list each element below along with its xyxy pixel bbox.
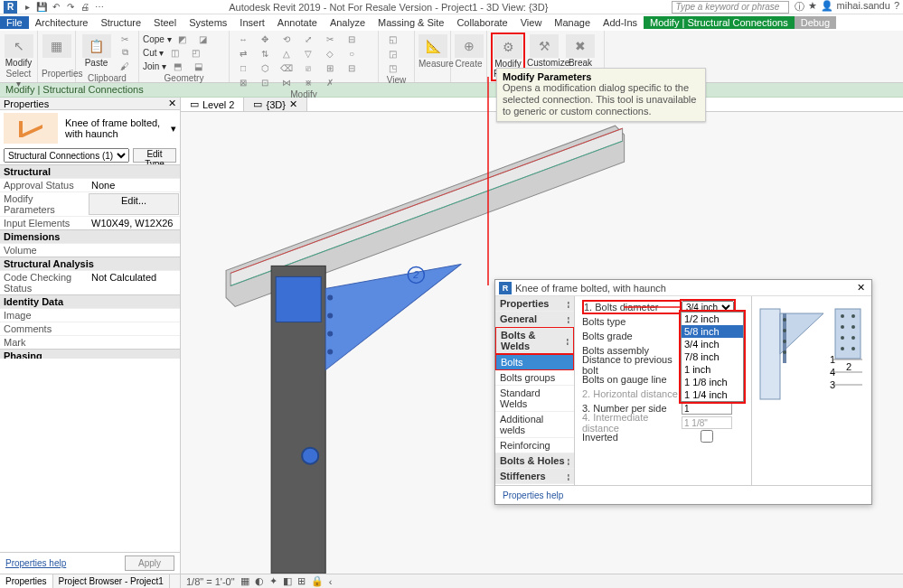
geom-e-icon[interactable]: ⬒ [167,60,187,72]
mod-icon-8[interactable]: ⇅ [255,47,275,60]
modify-tool-button[interactable]: ↖Modify [4,33,33,68]
dropdown-option[interactable]: 1 1/8 inch [682,376,743,388]
prop-group[interactable]: Structural Analysis [0,257,180,270]
mod-icon-15[interactable]: ⌫ [277,61,296,74]
geom-f-icon[interactable]: ⬓ [188,60,208,72]
dropdown-option[interactable]: 1 1/4 inch [682,388,743,401]
view-icon-3[interactable]: ◳ [382,61,402,74]
dialog-titlebar[interactable]: R Knee of frame bolted, with haunch ✕ [495,280,871,296]
scale-text[interactable]: 1/8" = 1'-0" [186,576,235,587]
view-icon-1[interactable]: ◱ [382,33,402,45]
close-icon[interactable]: ✕ [168,98,176,109]
star-icon[interactable]: ★ [808,0,817,14]
status-icon-4[interactable]: ◧ [283,575,292,587]
mod-icon-22[interactable]: ⋇ [298,76,318,89]
join-button[interactable]: Join ▾ [143,60,166,72]
status-icon-1[interactable]: ▦ [240,575,249,587]
param-input[interactable] [682,402,732,415]
tab-view[interactable]: View [514,16,549,29]
palette-tab-properties[interactable]: Properties [0,574,53,588]
dialog-nav-item[interactable]: Reinforcing [495,438,574,453]
tab-steel[interactable]: Steel [147,16,183,29]
copy-icon[interactable]: ⧉ [115,46,135,59]
mod-icon-4[interactable]: ⤢ [298,33,318,45]
dialog-nav-item[interactable]: General¦ [495,312,574,327]
dropdown-option[interactable]: 7/8 inch [682,350,743,363]
qat-undo-icon[interactable]: ↶ [50,1,62,14]
mod-icon-23[interactable]: ✗ [320,76,340,89]
dialog-nav-item[interactable]: Standard Welds [495,386,574,412]
tab-insert[interactable]: Insert [233,16,271,29]
view-tab-3d[interactable]: ▭{3D}✕ [244,98,306,111]
mod-icon-1[interactable]: ↔ [233,33,253,45]
prop-value[interactable] [88,336,180,349]
properties-button[interactable]: ▦ [42,33,71,68]
customize-button[interactable]: ⚒Customize [527,33,561,68]
status-icon-2[interactable]: ◐ [255,575,264,587]
geom-a-icon[interactable]: ◩ [173,33,193,45]
prop-group[interactable]: Identity Data [0,294,180,308]
help-icon[interactable]: ? [894,0,899,14]
status-icon-3[interactable]: ✦ [269,575,277,587]
tab-file[interactable]: File [0,16,29,29]
create-button[interactable]: ⊕ [455,33,484,58]
qat-more-icon[interactable]: ⋯ [93,1,106,14]
tab-collaborate[interactable]: Collaborate [450,16,513,29]
bolts-diameter-dropdown-list[interactable]: 1/2 inch5/8 inch3/4 inch7/8 inch1 inch1 … [681,312,744,402]
mod-icon-7[interactable]: ⇄ [233,47,253,60]
tab-addins[interactable]: Add-Ins [597,16,644,29]
mod-icon-10[interactable]: ▽ [298,47,318,60]
prop-group[interactable]: Dimensions [0,229,180,243]
mod-icon-16[interactable]: ⎚ [298,61,318,74]
dialog-close-icon[interactable]: ✕ [853,282,868,294]
mod-icon-13[interactable]: □ [233,61,253,74]
tab-architecture[interactable]: Architecture [29,16,95,29]
prop-value[interactable] [88,309,180,322]
user-icon[interactable]: 👤 [821,0,833,14]
measure-button[interactable]: 📐 [419,33,447,58]
dropdown-option[interactable]: 1/2 inch [682,313,743,325]
chevron-left-icon[interactable]: ‹ [329,576,333,587]
mod-icon-3[interactable]: ⟲ [277,33,296,45]
tab-systems[interactable]: Systems [183,16,233,29]
dropdown-option[interactable]: 1 inch [682,363,743,376]
mod-icon-14[interactable]: ⬡ [255,61,275,74]
qat-redo-icon[interactable]: ↷ [64,1,77,14]
tab-modify-structural-connections[interactable]: Modify | Structural Connections [644,16,795,29]
dialog-nav-item[interactable]: Bolts & Welds¦ [495,327,574,354]
mod-icon-6[interactable]: ⊟ [342,33,362,45]
param-checkbox[interactable] [682,430,732,443]
tab-structure[interactable]: Structure [94,16,147,29]
mod-icon-5[interactable]: ✂ [320,33,340,45]
tab-manage[interactable]: Manage [548,16,597,29]
mod-icon-21[interactable]: ⋈ [277,76,296,89]
status-icon-5[interactable]: ⊞ [297,575,306,587]
keyword-search-input[interactable]: Type a keyword or phrase [672,1,789,14]
chevron-down-icon[interactable]: ▾ [171,123,176,135]
properties-help-link[interactable]: Properties help [5,558,66,568]
mod-icon-2[interactable]: ✥ [255,33,275,45]
cut-geom-button[interactable]: Cut ▾ [143,46,164,59]
mod-icon-19[interactable]: ⊠ [233,76,253,89]
cope-button[interactable]: Cope ▾ [143,33,172,45]
tab-close-icon[interactable]: ✕ [289,98,297,110]
break-button[interactable]: ✖Break [563,33,597,68]
prop-group[interactable]: Phasing [0,349,180,359]
prop-value[interactable]: W10X49, W12X26 [88,217,180,229]
tab-annotate[interactable]: Annotate [271,16,324,29]
prop-value[interactable]: Not Calculated [88,271,180,294]
dialog-nav-item[interactable]: Bolts groups [495,370,574,386]
dialog-nav-item[interactable]: Bolts & Holes¦ [495,453,574,469]
dialog-nav-item[interactable]: Additional welds [495,412,574,438]
type-selector-select[interactable]: Structural Connections (1) [4,148,129,163]
mod-icon-12[interactable]: ○ [342,47,362,60]
prop-edit-button[interactable]: Edit... [89,193,179,215]
view-icon-2[interactable]: ◲ [382,47,402,60]
qat-save-icon[interactable]: 💾 [35,1,48,14]
mod-icon-17[interactable]: ⊞ [320,61,340,74]
paste-button[interactable]: 📋Paste [80,33,113,68]
dropdown-option[interactable]: 5/8 inch [682,325,743,338]
dialog-properties-help-link[interactable]: Properties help [503,490,563,500]
cut-icon[interactable]: ✂ [115,33,135,45]
qat-print-icon[interactable]: 🖨 [79,1,91,14]
